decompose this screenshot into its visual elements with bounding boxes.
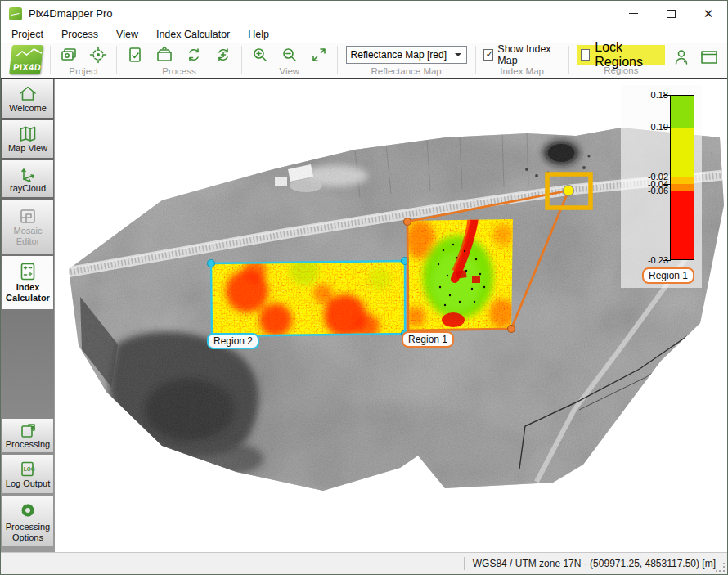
raycloud-axes-icon (18, 164, 38, 182)
map-canvas[interactable]: Region 2 Region 1 0.18 0.10 -0.02 -0.04 … (54, 79, 727, 552)
coordinate-readout: WGS84 / UTM zone 17N - (509971.25, 48531… (473, 558, 716, 569)
lock-regions-checkbox[interactable]: Lock Regions (577, 45, 665, 65)
region-2-index-map (206, 256, 411, 341)
toolbar-group-label: Project (59, 66, 108, 76)
user-icon[interactable] (672, 47, 691, 67)
region-2-handle[interactable] (208, 260, 215, 267)
maximize-button[interactable] (652, 1, 690, 26)
close-button[interactable]: ✕ (690, 1, 727, 26)
process-check-icon[interactable] (125, 45, 145, 65)
statusbar-separator (464, 557, 465, 570)
app-window: Pix4Dmapper Pro ✕ Project Process View I… (0, 0, 728, 575)
gcp-target-icon[interactable] (88, 45, 108, 65)
menu-process[interactable]: Process (52, 27, 107, 42)
region-1-handle[interactable] (508, 326, 515, 333)
menu-project[interactable]: Project (2, 27, 52, 42)
open-results-icon[interactable] (155, 45, 174, 65)
toolbar-group-process: Process (119, 43, 240, 78)
menu-view[interactable]: View (107, 27, 147, 42)
home-icon (18, 84, 38, 102)
region-2-label: Region 2 (207, 333, 259, 349)
sidebar-item-raycloud[interactable]: rayCloud (2, 160, 53, 197)
window-title: Pix4Dmapper Pro (29, 7, 113, 20)
toolbar-group-label: View (250, 66, 329, 76)
minimize-button[interactable] (614, 1, 652, 26)
toolbar-group-reflectance: Reflectance Map [red] Reflectance Map (339, 43, 474, 78)
toolbar-group-label: Reflectance Map (346, 66, 467, 76)
region-1-index-map (404, 215, 519, 336)
gear-icon (17, 500, 38, 521)
toolbar-group-index-map: Show Index Map Index Map (477, 43, 566, 78)
rematch-icon[interactable] (213, 45, 233, 65)
sidebar-item-log-output[interactable]: LOG Log Output (2, 455, 53, 493)
toolbar: PIX4D Project (1, 43, 727, 79)
images-icon[interactable] (59, 45, 79, 65)
window-layout-icon[interactable] (699, 47, 719, 67)
index-legend: 0.18 0.10 -0.02 -0.04 -0.06 -0.23 Region… (621, 85, 702, 288)
legend-region-selector[interactable]: Region 1 (642, 267, 694, 284)
checkbox-checked-icon (483, 49, 493, 61)
reprocess-icon[interactable] (184, 45, 204, 65)
processing-icon (19, 422, 37, 438)
checkbox-unchecked-icon (581, 49, 591, 61)
index-calculator-icon (18, 262, 38, 281)
title-bar: Pix4Dmapper Pro ✕ (1, 1, 727, 26)
sidebar-gap (2, 312, 54, 419)
minimize-icon (629, 13, 638, 14)
chevron-down-icon (455, 53, 461, 60)
mosaic-editor-icon (18, 207, 38, 225)
resize-grip[interactable] (716, 563, 726, 573)
menu-help[interactable]: Help (239, 27, 278, 42)
app-logo-icon (9, 7, 22, 20)
map-icon (18, 124, 38, 142)
toolbar-group-view: View (244, 43, 335, 78)
show-index-map-label: Show Index Map (497, 43, 559, 66)
show-index-map-checkbox[interactable]: Show Index Map (483, 44, 559, 65)
reflectance-map-dropdown[interactable]: Reflectance Map [red] (346, 46, 467, 64)
toolbar-group-label: Process (125, 66, 233, 76)
region-1-label: Region 1 (402, 331, 454, 348)
toolbar-group-project: Project (52, 43, 115, 78)
sidebar: Welcome Map View rayCloud Mosaic Editor … (1, 79, 54, 552)
log-output-icon: LOG (18, 460, 38, 478)
svg-text:LOG: LOG (24, 465, 35, 471)
toolbar-group-label: Regions (577, 65, 665, 75)
sidebar-item-processing-options[interactable]: Processing Options (2, 496, 53, 546)
sidebar-item-welcome[interactable]: Welcome (2, 79, 53, 118)
region-1-handle[interactable] (404, 218, 411, 226)
sidebar-item-processing[interactable]: Processing (2, 419, 53, 452)
sidebar-item-map-view[interactable]: Map View (2, 120, 53, 158)
fit-view-icon[interactable] (309, 45, 329, 65)
maximize-icon (667, 10, 676, 18)
reflectance-map-value: Reflectance Map [red] (351, 49, 447, 61)
close-icon: ✕ (703, 7, 714, 20)
status-bar: WGS84 / UTM zone 17N - (509971.25, 48531… (1, 552, 727, 574)
menu-index-calculator[interactable]: Index Calculator (147, 27, 239, 42)
zoom-in-icon[interactable] (250, 45, 270, 65)
pix4d-home-button[interactable]: PIX4D (9, 45, 43, 74)
sidebar-item-mosaic-editor[interactable]: Mosaic Editor (2, 200, 53, 254)
sidebar-item-index-calculator[interactable]: Index Calculator (2, 256, 53, 309)
toolbar-group-regions: Lock Regions Regions (571, 43, 672, 78)
zoom-out-icon[interactable] (280, 45, 299, 65)
toolbar-group-label: Index Map (483, 66, 559, 76)
